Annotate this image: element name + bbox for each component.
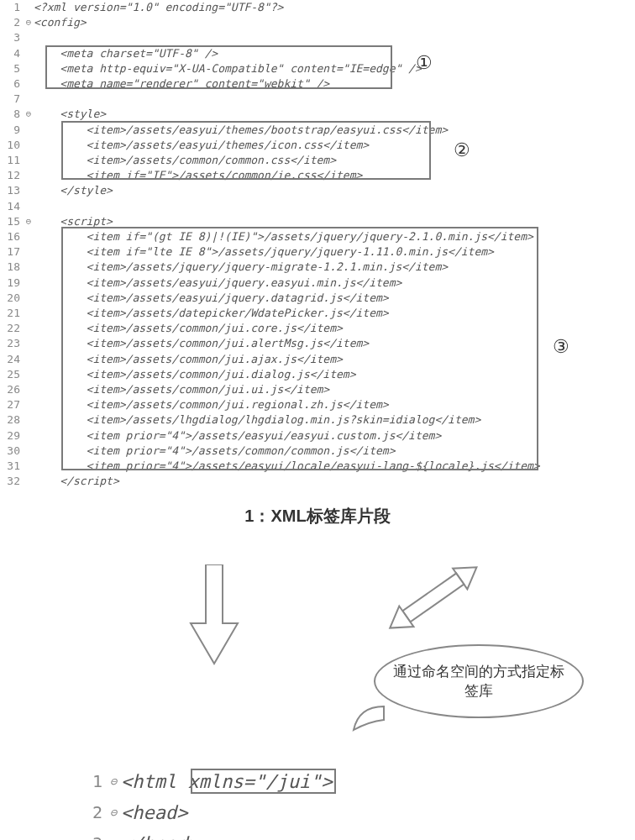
- fold-marker: ⊖: [24, 107, 34, 122]
- line-number: 23: [0, 336, 24, 351]
- code-text: <item>/assets/common/jui.core.js</item>: [34, 321, 343, 336]
- code-line: 25 <item>/assets/common/jui.dialog.js</i…: [0, 367, 635, 382]
- code-text: </head>: [121, 828, 199, 840]
- code-text: <item>/assets/easyui/themes/bootstrap/ea…: [34, 123, 448, 138]
- code-line: 4 <meta charset="UTF-8" />: [0, 46, 635, 61]
- code-text: <item prior="4">/assets/easyui/easyui.cu…: [34, 428, 441, 444]
- line-number: 2: [84, 797, 106, 828]
- code-text: <meta name="renderer" content="webkit" /…: [34, 76, 329, 92]
- code-line: 26 <item>/assets/common/jui.ui.js</item>: [0, 382, 635, 397]
- line-number: 13: [0, 183, 24, 198]
- diagram-area: 通过命名空间的方式指定标签库: [0, 548, 635, 766]
- line-number: 4: [0, 46, 24, 61]
- code-text: <item>/assets/common/jui.alertMsg.js</it…: [34, 336, 369, 351]
- code-line: 18 <item>/assets/jquery/jquery-migrate-1…: [0, 260, 635, 275]
- code-text: <item prior="4">/assets/common/common.js…: [34, 444, 395, 459]
- line-number: 14: [0, 199, 24, 214]
- code-text: <head>: [121, 797, 187, 828]
- code-line: 2⊖<head>: [84, 797, 504, 828]
- line-number: 3: [84, 828, 106, 840]
- line-number: 12: [0, 168, 24, 183]
- code-line: 14: [0, 199, 635, 214]
- fold-marker: [24, 276, 34, 291]
- html-code-block: 1⊖<html xmlns="/jui">2⊖<head>3</head>4⊖<…: [84, 766, 504, 841]
- code-line: 2⊖<config>: [0, 15, 635, 30]
- code-text: <item>/assets/easyui/themes/icon.css</it…: [34, 138, 369, 153]
- code-line: 31 <item prior="4">/assets/easyui/locale…: [0, 459, 635, 474]
- line-number: 5: [0, 61, 24, 76]
- fold-marker: [24, 153, 34, 168]
- line-number: 32: [0, 474, 24, 489]
- code-text: <item>/assets/common/jui.regional.zh.js<…: [34, 397, 389, 412]
- fold-marker: [24, 92, 34, 107]
- fold-marker: ⊖: [106, 797, 121, 828]
- line-number: 30: [0, 444, 24, 459]
- svg-rect-0: [402, 573, 464, 622]
- callout-bubble: 通过命名空间的方式指定标签库: [374, 644, 584, 718]
- line-number: 3: [0, 30, 24, 45]
- fold-marker: [24, 46, 34, 61]
- fold-marker: [24, 199, 34, 214]
- code-text: <item if="IE">/assets/common/ie.css</ite…: [34, 168, 362, 183]
- code-text: <item>/assets/common/jui.ui.js</item>: [34, 382, 329, 397]
- fold-marker: [24, 260, 34, 275]
- fold-marker: [24, 76, 34, 92]
- code-text: <item>/assets/common/jui.ajax.js</item>: [34, 352, 343, 367]
- code-line: 3</head>: [84, 828, 504, 840]
- code-text: <style>: [34, 107, 106, 122]
- code-line: 10 <item>/assets/easyui/themes/icon.css<…: [0, 138, 635, 153]
- fold-marker: ⊖: [24, 214, 34, 229]
- code-text: <item if="(gt IE 8)|!(IE)">/assets/jquer…: [34, 229, 533, 244]
- code-text: <item>/assets/jquery/jquery-migrate-1.2.…: [34, 260, 448, 275]
- fold-marker: [24, 229, 34, 244]
- fold-marker: [24, 336, 34, 351]
- fold-marker: [24, 474, 34, 489]
- code-line: 7: [0, 92, 635, 107]
- fold-marker: [24, 382, 34, 397]
- code-text: </script>: [34, 474, 119, 489]
- fold-marker: [24, 61, 34, 76]
- line-number: 26: [0, 382, 24, 397]
- code-line: 19 <item>/assets/easyui/jquery.easyui.mi…: [0, 276, 635, 291]
- code-text: <html xmlns="/jui">: [121, 766, 333, 797]
- code-line: 15⊖ <script>: [0, 214, 635, 229]
- code-line: 1<?xml version="1.0" encoding="UTF-8"?>: [0, 0, 635, 15]
- fold-marker: [24, 459, 34, 474]
- code-line: 27 <item>/assets/common/jui.regional.zh.…: [0, 397, 635, 412]
- code-line: 20 <item>/assets/easyui/jquery.datagrid.…: [0, 291, 635, 306]
- line-number: 10: [0, 138, 24, 153]
- line-number: 18: [0, 260, 24, 275]
- code-line: 23 <item>/assets/common/jui.alertMsg.js<…: [0, 336, 635, 351]
- code-text: <meta http-equiv="X-UA-Compatible" conte…: [34, 61, 422, 76]
- fold-marker: [24, 0, 34, 15]
- circled-2: ②: [454, 139, 470, 161]
- line-number: 28: [0, 412, 24, 428]
- caption-1: 1：XML标签库片段: [0, 505, 635, 528]
- code-line: 29 <item prior="4">/assets/easyui/easyui…: [0, 428, 635, 444]
- code-line: 30 <item prior="4">/assets/common/common…: [0, 444, 635, 459]
- line-number: 7: [0, 92, 24, 107]
- line-number: 15: [0, 214, 24, 229]
- line-number: 29: [0, 428, 24, 444]
- line-number: 11: [0, 153, 24, 168]
- line-number: 19: [0, 276, 24, 291]
- code-line: 21 <item>/assets/datepicker/WdatePicker.…: [0, 306, 635, 321]
- fold-marker: [24, 352, 34, 367]
- code-line: 24 <item>/assets/common/jui.ajax.js</ite…: [0, 352, 635, 367]
- fold-marker: ⊖: [106, 766, 121, 797]
- code-text: <item>/assets/easyui/jquery.datagrid.js<…: [34, 291, 389, 306]
- xml-code-block: 1<?xml version="1.0" encoding="UTF-8"?>2…: [0, 0, 635, 490]
- fold-marker: [24, 244, 34, 260]
- code-line: 9 <item>/assets/easyui/themes/bootstrap/…: [0, 123, 635, 138]
- code-line: 8⊖ <style>: [0, 107, 635, 122]
- code-text: <item if="lte IE 8">/assets/jquery/jquer…: [34, 244, 494, 260]
- code-line: 11 <item>/assets/common/common.css</item…: [0, 153, 635, 168]
- line-number: 8: [0, 107, 24, 122]
- line-number: 17: [0, 244, 24, 260]
- line-number: 1: [84, 766, 106, 797]
- fold-marker: [24, 168, 34, 183]
- code-line: 17 <item if="lte IE 8">/assets/jquery/jq…: [0, 244, 635, 260]
- code-text: <item>/assets/common/jui.dialog.js</item…: [34, 367, 356, 382]
- code-line: 22 <item>/assets/common/jui.core.js</ite…: [0, 321, 635, 336]
- code-text: <item>/assets/common/common.css</item>: [34, 153, 336, 168]
